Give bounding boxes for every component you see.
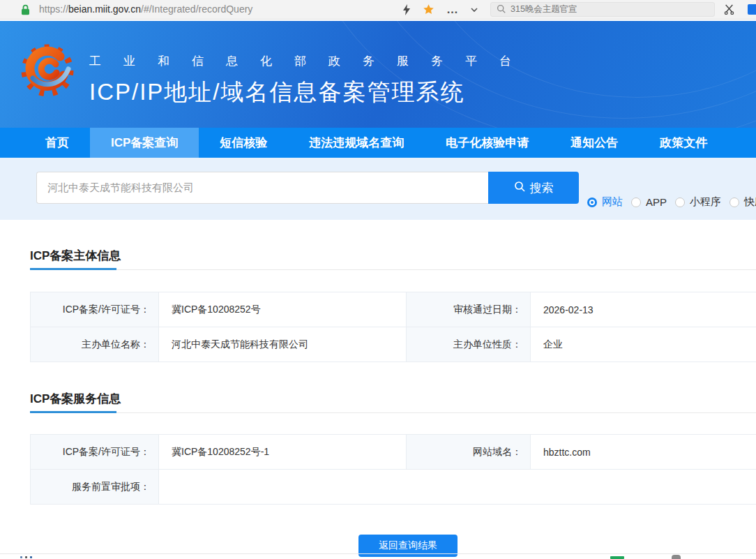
field-label: ICP备案/许可证号： [31,435,159,470]
table-row: 服务前置审批项： [31,470,756,505]
field-label: ICP备案/许可证号： [31,292,159,327]
record-type-radios: 网站 APP 小程序 快应用 [587,195,756,209]
ssl-lock-icon [21,4,30,18]
url-path: /#/Integrated/recordQuery [141,3,252,15]
field-label: 主办单位性质： [407,327,531,362]
field-value: 2026-02-13 [531,292,756,327]
record-search-section: 搜索 网站 APP 小程序 快应用 [0,158,756,220]
ellipsis-menu-icon[interactable]: … [446,6,458,13]
url-protocol: https:// [39,3,68,15]
radio-dot [675,197,685,207]
field-value [159,470,756,505]
browser-toolbar: https://beian.miit.gov.cn/#/Integrated/r… [0,0,756,20]
field-value: 企业 [531,327,756,362]
radio-dot [729,197,739,207]
miit-gear-logo [20,43,75,101]
system-title: ICP/IP地址/域名信息备案管理系统 [89,77,534,108]
field-value: 冀ICP备10208252号 [159,292,407,327]
nav-item-policy-docs[interactable]: 政策文件 [639,128,728,158]
nav-item-home[interactable]: 首页 [24,128,90,158]
record-search-input[interactable] [36,172,488,204]
radio-quick-app[interactable]: 快应用 [729,195,756,209]
bookmark-star-icon[interactable] [423,3,434,15]
table-row: 主办单位名称： 河北中泰天成节能科技有限公司 主办单位性质： 企业 [31,327,756,362]
section-title-rule [30,268,756,270]
nav-item-illegal-domain-query[interactable]: 违法违规域名查询 [288,128,425,158]
subject-info-title: ICP备案主体信息 [30,248,756,264]
table-row: ICP备案/许可证号： 冀ICP备10208252号 审核通过日期： 2026-… [31,292,756,327]
chevron-down-icon[interactable] [470,7,478,13]
url-domain: beian.miit.gov.cn [68,3,141,15]
search-button[interactable]: 搜索 [488,172,579,204]
main-nav: 首页 ICP备案查询 短信核验 违法违规域名查询 电子化核验申请 通知公告 政策… [0,128,756,158]
mail-icon[interactable] [748,4,756,15]
lightning-icon[interactable] [402,4,411,15]
field-value: 冀ICP备10208252号-1 [159,435,407,470]
field-value: hbzttc.com [531,435,756,470]
quick-search-text: 315晚会主题官宣 [511,3,577,15]
footer-cutoff-dots [20,556,32,558]
section-title-rule [30,411,756,413]
radio-app[interactable]: APP [631,196,667,208]
ministry-platform-line: 工业和信息化部政务服务平台 [89,53,534,69]
service-info-table: ICP备案/许可证号： 冀ICP备10208252号-1 网站域名： hbztt… [30,434,756,505]
field-label: 网站域名： [407,435,531,470]
browser-quick-search[interactable]: 315晚会主题官宣 [490,2,715,17]
search-button-label: 搜索 [530,180,554,196]
radio-website[interactable]: 网站 [587,195,623,209]
field-label: 服务前置审批项： [31,470,159,505]
nav-item-sms-verify[interactable]: 短信核验 [199,128,288,158]
address-bar[interactable]: https://beian.miit.gov.cn/#/Integrated/r… [39,0,252,19]
nav-item-icp-query[interactable]: ICP备案查询 [90,128,199,158]
field-value: 河北中泰天成节能科技有限公司 [159,327,407,362]
footer-cutoff-green-icon [610,556,624,559]
radio-mini-program[interactable]: 小程序 [675,195,721,209]
subject-info-table: ICP备案/许可证号： 冀ICP备10208252号 审核通过日期： 2026-… [30,292,756,362]
radio-dot [631,197,641,207]
search-icon [514,181,525,195]
search-icon [497,4,506,15]
table-row: ICP备案/许可证号： 冀ICP备10208252号-1 网站域名： hbztt… [31,435,756,470]
footer-cutoff-gray-icon [672,555,681,559]
nav-item-notices[interactable]: 通知公告 [550,128,639,158]
field-label: 主办单位名称： [31,327,159,362]
service-info-title: ICP备案服务信息 [30,391,756,407]
radio-dot-selected [587,197,597,207]
site-header: 工业和信息化部政务服务平台 ICP/IP地址/域名信息备案管理系统 [0,21,756,128]
field-label: 审核通过日期： [407,292,531,327]
scissors-icon[interactable] [724,4,734,17]
footer-divider [0,553,756,554]
nav-item-e-verify-apply[interactable]: 电子化核验申请 [425,128,550,158]
